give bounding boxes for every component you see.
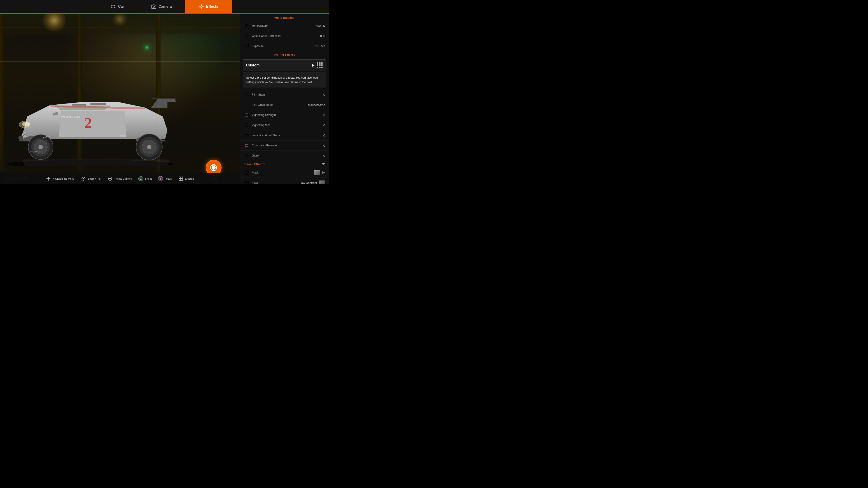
svg-text:R: R	[110, 178, 111, 180]
svg-point-79	[245, 144, 248, 147]
grid-btn-icon	[178, 176, 184, 182]
mask-arrow-icon	[322, 171, 325, 174]
svg-line-89	[248, 154, 248, 155]
glare-label: Glare	[252, 154, 323, 157]
svg-point-70	[245, 105, 246, 105]
svg-text:Bridgestone: Bridgestone	[29, 151, 40, 153]
filter-value-container: Low Contrast	[300, 181, 325, 184]
svg-point-24	[147, 145, 151, 149]
filter-thumb	[319, 181, 325, 184]
svg-point-20	[38, 145, 43, 149]
svg-line-10	[200, 8, 200, 8]
tab-effects[interactable]: Effects	[185, 0, 232, 13]
bottom-bar: Navigate the Menu L Zoom / Roll R	[0, 173, 240, 184]
setting-film-grain-mode[interactable]: Film Grain Mode Monochrome	[240, 100, 329, 110]
ctrl-shoot-label: Shoot	[145, 177, 152, 180]
setting-vignetting-size[interactable]: Vignetting Size 0	[240, 120, 329, 130]
svg-point-73	[246, 106, 246, 107]
bg-light-2	[111, 12, 129, 26]
chromatic-aberration-label: Chromatic Aberration	[252, 144, 323, 147]
tab-camera-label: Camera	[158, 4, 172, 8]
ctrl-shoot: ▲ Shoot	[138, 176, 152, 181]
svg-rect-45	[179, 177, 181, 179]
ctrl-enlarge-label: Enlarge	[185, 177, 194, 180]
svg-rect-55	[247, 45, 248, 46]
white-balance-header: White Balance	[240, 14, 329, 21]
lens-distortion-icon	[244, 132, 250, 138]
filter-value: Low Contrast	[300, 181, 317, 185]
svg-point-64	[246, 96, 246, 96]
preset-grid-button[interactable]	[317, 62, 322, 68]
svg-point-53	[245, 34, 248, 37]
triangle-btn: ▲	[138, 176, 143, 181]
svg-rect-37	[49, 178, 50, 180]
svg-rect-36	[46, 178, 48, 180]
preset-effects-header: Pre-Set Effects	[240, 51, 329, 58]
temperature-label: Temperature	[252, 24, 316, 27]
setting-exposure[interactable]: Exposure EV +0.2	[240, 41, 329, 51]
svg-point-28	[22, 122, 30, 126]
svg-point-0	[112, 7, 113, 8]
mask-label: Mask	[252, 171, 314, 174]
film-grain-label: Film Grain	[252, 93, 323, 96]
svg-text:2: 2	[85, 115, 92, 131]
temperature-icon	[244, 23, 250, 29]
svg-rect-93	[245, 181, 249, 184]
ctrl-navigate-label: Navigate the Menu	[53, 177, 74, 180]
tab-effects-label: Effects	[206, 4, 218, 8]
svg-point-67	[245, 103, 246, 104]
lens-distortion-label: Lens Distortion Effects	[252, 134, 323, 137]
exposure-value: EV +0.2	[314, 44, 325, 48]
setting-filter[interactable]: Filter Low Contrast	[240, 178, 329, 184]
screen-effect-header[interactable]: Screen Effect 1	[240, 161, 329, 168]
lens-distortion-value: 0	[323, 134, 325, 137]
preset-row[interactable]: Custom	[243, 59, 326, 71]
setting-lens-distortion[interactable]: Lens Distortion Effects 0	[240, 130, 329, 140]
traffic-light	[145, 45, 149, 50]
ctrl-focus: ■ Focus	[158, 176, 172, 181]
svg-point-61	[246, 95, 247, 95]
setting-colour-cast[interactable]: Colour Cast Correction 0.000	[240, 31, 329, 41]
square-btn: ■	[158, 176, 163, 181]
colour-cast-icon	[244, 33, 250, 39]
vignetting-size-value: 0	[323, 124, 325, 127]
svg-text:Mercedes-Benz: Mercedes-Benz	[61, 115, 80, 119]
setting-chromatic-aberration[interactable]: Chromatic Aberration 0	[240, 140, 329, 151]
ctrl-rotate: R Rotate Camera	[107, 176, 132, 182]
svg-point-59	[248, 94, 248, 94]
svg-point-69	[248, 104, 248, 104]
car-scene: 2 Bridgestone	[0, 0, 240, 184]
screen-effect-label: Screen Effect 1	[244, 163, 322, 166]
film-grain-mode-label: Film Grain Mode	[252, 103, 308, 106]
cursor-arrow	[312, 64, 314, 67]
exposure-label: Exposure	[252, 44, 314, 48]
setting-vignetting-strength[interactable]: Vignetting Strength 0	[240, 110, 329, 120]
setting-film-grain[interactable]: Film Grain 0	[240, 90, 329, 100]
ctrl-focus-label: Focus	[164, 177, 172, 180]
svg-point-74	[247, 106, 247, 107]
svg-point-3	[200, 5, 202, 7]
svg-point-57	[245, 93, 246, 94]
setting-glare[interactable]: Glare 0	[240, 151, 329, 161]
film-grain-mode-value: Monochrome	[308, 103, 325, 107]
setting-mask[interactable]: Mask	[240, 168, 329, 178]
right-panel: White Balance Temperature 6500 K	[240, 0, 329, 184]
tab-car[interactable]: Car	[97, 0, 138, 13]
film-grain-value: 0	[323, 93, 325, 96]
ctrl-enlarge: Enlarge	[178, 176, 194, 182]
svg-point-52	[246, 25, 247, 26]
svg-point-63	[248, 95, 248, 96]
film-grain-mode-icon	[244, 102, 250, 108]
svg-rect-34	[48, 177, 49, 178]
setting-temperature[interactable]: Temperature 6500 K	[240, 21, 329, 31]
rstick-icon: R	[107, 176, 113, 182]
svg-point-65	[247, 96, 247, 96]
svg-rect-35	[48, 180, 49, 181]
mask-icon	[244, 170, 250, 175]
svg-point-58	[246, 93, 247, 94]
svg-rect-92	[246, 172, 248, 173]
film-grain-icon	[244, 92, 250, 98]
tooltip-box: Select a pre-set combination of effects.…	[243, 72, 326, 88]
ctrl-zoom-label: Zoom / Roll	[88, 177, 101, 180]
tab-camera[interactable]: Camera	[138, 0, 185, 13]
